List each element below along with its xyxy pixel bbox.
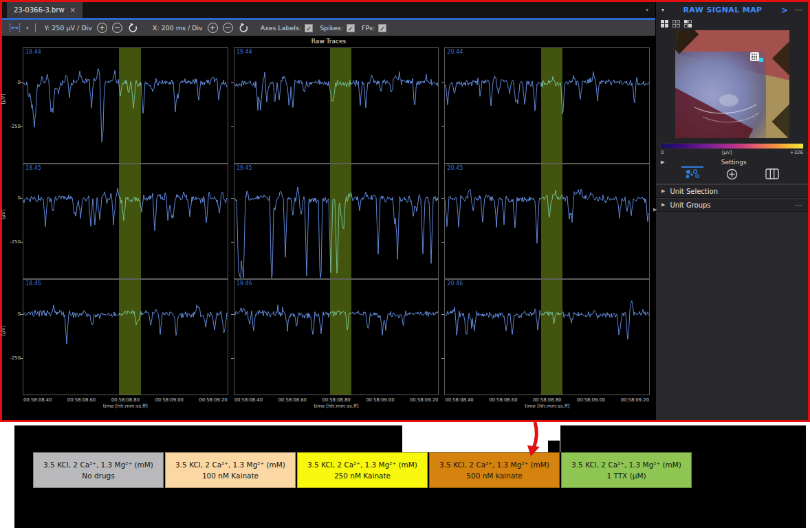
x-tick-label: 00:58:08.60 — [489, 397, 517, 403]
checkbox-group: Axes Labels:✓ — [261, 24, 313, 32]
condition-drug-text: 100 nM Kainate — [202, 470, 259, 481]
trace-subplot-18.44[interactable]: 18.44 — [23, 47, 228, 164]
condition-legend-box: 3.5 KCl, 2 Ca²⁺, 1.3 Mg²⁺ (mM)250 nM Kai… — [297, 452, 428, 488]
x-tick-label: 00:58:08.40 — [234, 397, 263, 403]
x-zoom-out-button[interactable]: − — [223, 23, 233, 33]
layout-mixed-icon[interactable] — [684, 20, 692, 27]
selected-electrode-cell — [759, 58, 763, 62]
toolbar-checkboxes: Axes Labels:✓Spikes:✓FPs:✓ — [254, 24, 386, 32]
x-axis: 00:58:08.4000:58:08.6000:58:08.8000:58:0… — [234, 395, 439, 419]
y-tick-label: 0 — [18, 311, 21, 317]
brain-slice-map-image[interactable] — [675, 30, 789, 138]
checkbox-group: Spikes:✓ — [320, 24, 355, 32]
trace-subplot-19.45[interactable]: 19.45 — [234, 164, 439, 280]
trace-segment — [23, 188, 119, 226]
condition-legend-area: 3.5 KCl, 2 Ca²⁺, 1.3 Mg²⁺ (mM)No drugs3.… — [0, 422, 810, 532]
checkbox-group: FPs:✓ — [362, 24, 386, 32]
selected-electrode-grid-marker[interactable] — [750, 52, 759, 61]
checkbox-label: Axes Labels: — [261, 24, 301, 32]
condition-solution-text: 3.5 KCl, 2 Ca²⁺, 1.3 Mg²⁺ (mM) — [43, 459, 153, 470]
unit-groups-expander-icon[interactable]: ▶ — [661, 202, 665, 208]
y-tick-label: 0 — [18, 195, 21, 201]
x-tick-label: 00:58:08.80 — [322, 397, 350, 403]
condition-drug-text: 1 TTX (µM) — [606, 470, 646, 481]
x-axis: 00:58:08.4000:58:08.6000:58:08.8000:58:0… — [23, 395, 228, 419]
panel-title[interactable]: RAW SIGNAL MAP — [664, 5, 781, 14]
colorbar-max: +326 — [790, 150, 803, 155]
plot-toolbar: ▾ Y: 250 µV / Div + − X: 200 ms / Div + … — [2, 20, 655, 36]
channel-label: 18.44 — [25, 49, 41, 55]
trace-subplot-18.46[interactable]: 18.46 — [23, 279, 228, 395]
x-tick-label: 00:58:08.40 — [23, 397, 52, 403]
y-axis-gutter — [228, 279, 234, 395]
voltage-colorbar — [660, 143, 804, 149]
checkbox[interactable]: ✓ — [378, 24, 386, 32]
layout-icon-row — [656, 18, 808, 28]
trace-subplot-20.45[interactable]: 20.45 — [444, 164, 650, 280]
x-axis-title: time [hh:mm:ss.ff] — [234, 403, 439, 409]
add-tab[interactable] — [720, 168, 745, 180]
trace-segment — [23, 305, 119, 344]
unit-groups-label: Unit Groups — [670, 201, 710, 209]
scale-menu-caret-icon[interactable]: ▾ — [26, 25, 29, 31]
trace-subplot-19.44[interactable]: 19.44 — [234, 47, 439, 164]
trace-segment — [540, 76, 562, 113]
trace-subplot-20.46[interactable]: 20.46 — [444, 279, 650, 395]
panel-header: ▾ RAW SIGNAL MAP > ⋯ — [656, 2, 808, 18]
trace-waveform — [234, 280, 439, 395]
x-axis: 00:58:08.4000:58:08.6000:58:08.8000:58:0… — [444, 395, 650, 419]
x-axis-spacer — [439, 395, 444, 419]
slice-highlights — [675, 30, 789, 138]
trace-subplot-19.46[interactable]: 19.46 — [234, 279, 439, 395]
trace-grid: 0-250[µV]18.4419.4420.440-250[µV]18.4519… — [5, 47, 650, 419]
x-scale-label: X: 200 ms / Div — [153, 24, 203, 32]
layout-outline-icon[interactable] — [672, 20, 680, 27]
channel-label: 20.45 — [447, 165, 463, 171]
x-tick-label: 00:58:08.80 — [111, 397, 140, 403]
checkbox-label: FPs: — [362, 24, 375, 32]
unit-groups-menu-icon[interactable]: ⋯ — [795, 201, 802, 210]
colorbar-labels: 0 [µV] +326 — [656, 149, 808, 155]
x-reset-button[interactable] — [238, 23, 249, 34]
condition-solution-text: 3.5 KCl, 2 Ca²⁺, 1.3 Mg²⁺ (mM) — [175, 459, 285, 470]
tab-close-icon[interactable]: × — [70, 7, 76, 14]
checkbox[interactable]: ✓ — [305, 24, 313, 32]
y-zoom-in-button[interactable]: + — [97, 23, 107, 33]
y-tick-label: 0 — [18, 80, 21, 85]
settings-icon-tabs — [656, 167, 808, 184]
x-zoom-in-button[interactable]: + — [208, 23, 218, 33]
trace-waveform — [445, 48, 649, 163]
x-tick-label: 00:58:09.00 — [577, 397, 605, 403]
condition-drug-text: 250 nM Kainate — [334, 470, 391, 481]
trace-segment — [141, 192, 227, 231]
condition-legend-box: 3.5 KCl, 2 Ca²⁺, 1.3 Mg²⁺ (mM)1 TTX (µM) — [561, 452, 692, 488]
file-tab[interactable]: 23-0366-3.brw × — [7, 2, 83, 18]
trace-segment — [540, 190, 562, 217]
grid-view-tab[interactable] — [760, 168, 785, 180]
panel-menu-icon[interactable]: ⋯ — [795, 5, 802, 14]
x-tick-label: 00:58:09.20 — [410, 397, 438, 403]
trace-subplot-18.45[interactable]: 18.45 — [23, 164, 228, 280]
settings-label: Settings — [664, 159, 803, 166]
trace-segment — [141, 305, 227, 335]
y-axis-gutter: 0-250[µV] — [5, 164, 23, 280]
panel-forward-icon[interactable]: > — [781, 5, 788, 15]
trace-subplot-20.44[interactable]: 20.44 — [444, 47, 650, 164]
scale-fit-icon[interactable] — [8, 23, 21, 32]
unit-groups-section[interactable]: ▶ Unit Groups ⋯ — [656, 198, 808, 212]
unit-selection-section[interactable]: ▶ Unit Selection — [656, 184, 808, 198]
channel-label: 18.45 — [25, 165, 41, 171]
y-zoom-out-button[interactable]: − — [112, 23, 122, 33]
trace-segment — [352, 71, 438, 108]
x-tick-label: 00:58:09.00 — [366, 397, 394, 403]
unit-selection-expander-icon[interactable]: ▶ — [661, 188, 665, 194]
raw-signal-map-panel: ▶ ▾ RAW SIGNAL MAP > ⋯ — [655, 2, 808, 420]
trace-segment — [445, 76, 540, 111]
unit-scatter-tab[interactable] — [680, 168, 705, 180]
y-reset-button[interactable] — [127, 23, 138, 34]
layout-all-filled-icon[interactable] — [661, 20, 668, 27]
panel-splitter-handle[interactable]: ▶ — [653, 207, 657, 212]
tabbar-dropdown-icon[interactable]: ▾ — [639, 7, 655, 13]
checkbox[interactable]: ✓ — [347, 24, 355, 32]
x-axis-spacer — [5, 395, 23, 419]
